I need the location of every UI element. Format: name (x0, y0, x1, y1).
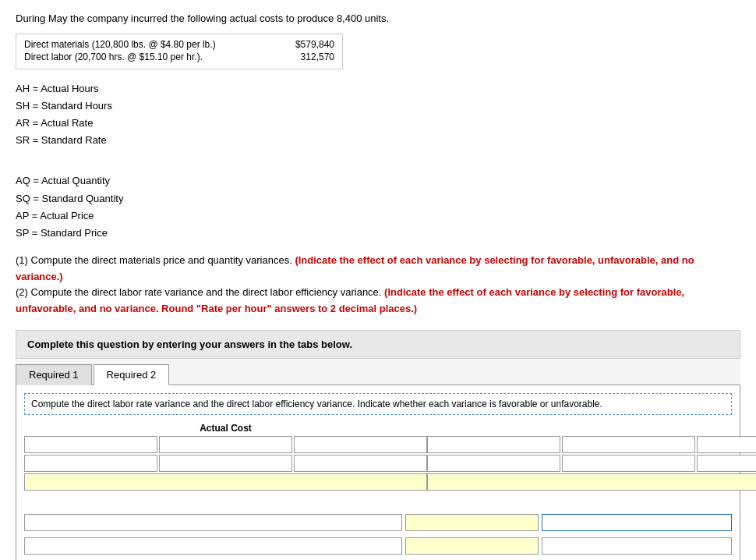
abbrev-sh: SH = Standard Hours (16, 97, 740, 115)
efficiency-variance-amount[interactable] (405, 537, 539, 555)
actual-ar-input[interactable] (159, 436, 292, 453)
efficiency-variance-type[interactable] (542, 537, 732, 555)
actual-cost-panel: Actual Cost (24, 423, 427, 492)
efficiency-variance-row (24, 537, 732, 555)
abbrev-group2: AQ = Actual Quantity SQ = Standard Quant… (16, 172, 740, 241)
mid-sr-input[interactable] (562, 436, 695, 453)
question-box: Complete this question by entering your … (16, 330, 740, 359)
rate-variance-label[interactable] (24, 514, 402, 531)
middle-header (427, 423, 756, 434)
actual-total[interactable] (24, 473, 427, 491)
tab-content-required2: Compute the direct labor rate variance a… (16, 385, 740, 560)
rate-variance-row (24, 514, 732, 531)
tabs-bar: Required 1 Required 2 (16, 359, 740, 385)
mid-row2-col2[interactable] (562, 455, 695, 472)
materials-label: Direct materials (120,800 lbs. @ $4.80 p… (24, 39, 216, 50)
mid-row2-col1[interactable] (427, 455, 560, 472)
mid-ah-input[interactable] (427, 436, 560, 453)
instr-part2: (2) Compute the direct labor rate varian… (16, 286, 381, 298)
mid-product[interactable] (697, 436, 756, 453)
rate-variance-type[interactable] (542, 514, 732, 531)
abbrev-aq: AQ = Actual Quantity (16, 172, 740, 190)
tab-instruction: Compute the direct labor rate variance a… (24, 393, 732, 415)
mid-total[interactable] (427, 473, 756, 491)
abbrev-ar: AR = Actual Rate (16, 115, 740, 132)
abbrev-ah: AH = Actual Hours (16, 80, 740, 97)
labor-value: 312,570 (301, 51, 334, 62)
cost-row-materials: Direct materials (120,800 lbs. @ $4.80 p… (24, 39, 334, 50)
actual-row2-col3[interactable] (294, 455, 427, 472)
actual-cost-product[interactable] (294, 436, 427, 453)
tab-required1[interactable]: Required 1 (16, 364, 92, 385)
variance-section (24, 500, 732, 555)
actual-ah-input[interactable] (24, 436, 157, 453)
abbrev-group1: AH = Actual Hours SH = Standard Hours AR… (16, 80, 740, 149)
actual-cost-header: Actual Cost (24, 423, 427, 434)
abbrev-sr: SR = Standard Rate (16, 132, 740, 149)
abbrev-sq: SQ = Standard Quantity (16, 190, 740, 207)
tab-required2[interactable]: Required 2 (94, 364, 170, 385)
cost-row-labor: Direct labor (20,700 hrs. @ $15.10 per h… (24, 51, 334, 62)
intro-text: During May the company incurred the foll… (16, 12, 740, 24)
mid-row2-col3[interactable] (697, 455, 756, 472)
cost-table: Direct materials (120,800 lbs. @ $4.80 p… (16, 34, 343, 69)
abbrev-ap: AP = Actual Price (16, 207, 740, 225)
middle-panel (427, 423, 756, 492)
efficiency-variance-label[interactable] (24, 537, 402, 555)
instr-part1: (1) Compute the direct materials price a… (16, 254, 292, 266)
materials-value: $579,840 (295, 39, 334, 50)
instructions-section: (1) Compute the direct materials price a… (16, 253, 740, 317)
rate-variance-amount[interactable] (405, 514, 539, 531)
actual-row2-col2[interactable] (159, 455, 292, 472)
labor-label: Direct labor (20,700 hrs. @ $15.10 per h… (24, 51, 203, 62)
abbrev-sp: SP = Standard Price (16, 225, 740, 242)
abbreviations-section: AH = Actual Hours SH = Standard Hours AR… (16, 80, 740, 242)
actual-row2-col1[interactable] (24, 455, 157, 472)
